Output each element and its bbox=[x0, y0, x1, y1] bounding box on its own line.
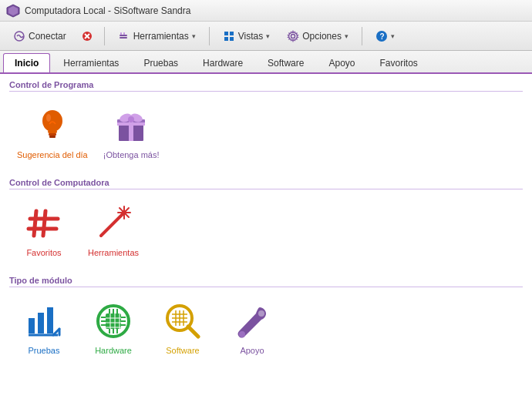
svg-point-21 bbox=[46, 114, 51, 122]
connect-label: Conectar bbox=[29, 31, 66, 42]
tab-apoyo[interactable]: Apoyo bbox=[317, 53, 366, 72]
tab-bar: Inicio Herramientas Pruebas Hardware Sof… bbox=[0, 51, 532, 74]
views-button[interactable]: Vistas ▾ bbox=[216, 27, 277, 45]
section-header-control-computadora: Control de Computadora bbox=[9, 178, 523, 189]
pruebas-label: Pruebas bbox=[29, 346, 60, 355]
disconnect-button[interactable] bbox=[76, 28, 98, 45]
hardware-label: Hardware bbox=[95, 346, 132, 355]
svg-rect-61 bbox=[116, 309, 118, 313]
svg-rect-54 bbox=[101, 320, 106, 322]
svg-point-17 bbox=[42, 110, 62, 132]
svg-rect-58 bbox=[121, 324, 126, 326]
tab-software[interactable]: Software bbox=[256, 53, 315, 72]
views-arrow: ▾ bbox=[266, 32, 270, 40]
connect-button[interactable]: Conectar bbox=[6, 27, 73, 45]
chart-icon bbox=[22, 300, 66, 343]
tab-pruebas[interactable]: Pruebas bbox=[132, 53, 190, 72]
tab-herramientas[interactable]: Herramientas bbox=[52, 53, 130, 72]
lightbulb-icon bbox=[31, 104, 74, 147]
item-obtenga[interactable]: ¡Obtenga más! bbox=[103, 104, 160, 159]
svg-rect-64 bbox=[116, 329, 118, 334]
tools-arrow: ▾ bbox=[192, 32, 196, 40]
item-favoritos[interactable]: Favoritos bbox=[17, 202, 71, 257]
svg-rect-12 bbox=[224, 37, 228, 41]
app-icon bbox=[6, 4, 20, 18]
gear-icon bbox=[287, 30, 299, 42]
svg-rect-46 bbox=[106, 313, 121, 329]
svg-line-66 bbox=[188, 327, 198, 337]
close-icon bbox=[82, 31, 93, 42]
title-text: Computadora Local - SiSoftware Sandra bbox=[25, 5, 190, 16]
svg-point-73 bbox=[258, 310, 264, 317]
section-control-computadora: Control de Computadora Favoritos bbox=[9, 178, 523, 265]
hashtag-icon bbox=[22, 202, 66, 245]
svg-point-14 bbox=[291, 34, 295, 38]
svg-rect-56 bbox=[121, 317, 126, 318]
svg-rect-11 bbox=[230, 32, 234, 35]
svg-rect-39 bbox=[29, 318, 35, 334]
control-computadora-grid: Favoritos Herramientas bbox=[9, 197, 523, 265]
item-apoyo[interactable]: Apoyo bbox=[225, 300, 279, 355]
svg-rect-41 bbox=[47, 307, 53, 334]
views-label: Vistas bbox=[238, 31, 263, 42]
section-header-tipo-modulo: Tipo de módulo bbox=[9, 276, 523, 287]
svg-rect-62 bbox=[109, 329, 110, 334]
wand-icon bbox=[92, 202, 135, 245]
svg-rect-40 bbox=[38, 313, 44, 334]
svg-line-30 bbox=[43, 211, 45, 236]
svg-rect-63 bbox=[113, 329, 114, 334]
svg-rect-18 bbox=[48, 130, 57, 133]
title-bar: Computadora Local - SiSoftware Sandra bbox=[0, 0, 532, 22]
svg-line-29 bbox=[34, 211, 36, 236]
help-button[interactable]: ? ▾ bbox=[369, 27, 402, 45]
svg-rect-25 bbox=[117, 122, 145, 126]
toolbar: Conectar Herramientas ▾ Vistas ▾ bbox=[0, 22, 532, 51]
connect-icon bbox=[13, 30, 25, 42]
item-sugerencia[interactable]: Sugerencia del día bbox=[17, 104, 88, 159]
apoyo-label: Apoyo bbox=[240, 346, 264, 355]
options-label: Opciones bbox=[302, 31, 342, 42]
tab-favoritos[interactable]: Favoritos bbox=[369, 53, 429, 72]
herramientas-label: Herramientas bbox=[88, 248, 139, 257]
svg-rect-13 bbox=[230, 37, 234, 41]
section-header-control-programa: Control de Programa bbox=[9, 80, 523, 92]
item-pruebas[interactable]: Pruebas bbox=[17, 300, 71, 355]
section-tipo-modulo: Tipo de módulo Pruebas bbox=[9, 276, 523, 363]
item-software[interactable]: Software bbox=[156, 300, 210, 355]
svg-rect-60 bbox=[113, 309, 114, 313]
sugerencia-label: Sugerencia del día bbox=[17, 150, 88, 159]
separator-2 bbox=[209, 27, 210, 45]
item-herramientas[interactable]: Herramientas bbox=[86, 202, 140, 257]
control-programa-grid: Sugerencia del día bbox=[9, 99, 523, 167]
svg-rect-59 bbox=[109, 309, 110, 313]
tab-hardware[interactable]: Hardware bbox=[191, 53, 254, 72]
gift-icon bbox=[109, 104, 153, 147]
separator-3 bbox=[362, 27, 362, 45]
separator-1 bbox=[104, 27, 105, 45]
tools-button[interactable]: Herramientas ▾ bbox=[111, 27, 203, 45]
cpu-icon bbox=[92, 300, 135, 343]
help-arrow: ▾ bbox=[391, 32, 395, 40]
help-icon: ? bbox=[375, 30, 388, 42]
options-button[interactable]: Opciones ▾ bbox=[280, 27, 355, 45]
svg-rect-6 bbox=[120, 35, 127, 36]
tipo-modulo-grid: Pruebas bbox=[9, 295, 523, 363]
wrench-icon bbox=[231, 300, 274, 343]
svg-rect-9 bbox=[120, 37, 127, 39]
svg-rect-20 bbox=[49, 136, 56, 138]
tools-icon bbox=[118, 30, 130, 42]
section-control-programa: Control de Programa bbox=[9, 80, 523, 167]
obtenga-label: ¡Obtenga más! bbox=[103, 150, 160, 159]
main-content: Control de Programa bbox=[0, 74, 532, 419]
tools-label: Herramientas bbox=[133, 31, 189, 42]
svg-point-28 bbox=[128, 116, 134, 122]
favoritos-label: Favoritos bbox=[26, 248, 61, 257]
svg-rect-19 bbox=[49, 133, 56, 136]
item-hardware[interactable]: Hardware bbox=[86, 300, 140, 355]
svg-text:?: ? bbox=[379, 32, 384, 41]
svg-rect-8 bbox=[123, 32, 125, 35]
software-label: Software bbox=[166, 346, 199, 355]
svg-rect-57 bbox=[121, 320, 126, 322]
magnify-grid-icon bbox=[161, 300, 204, 343]
tab-inicio[interactable]: Inicio bbox=[3, 53, 50, 72]
